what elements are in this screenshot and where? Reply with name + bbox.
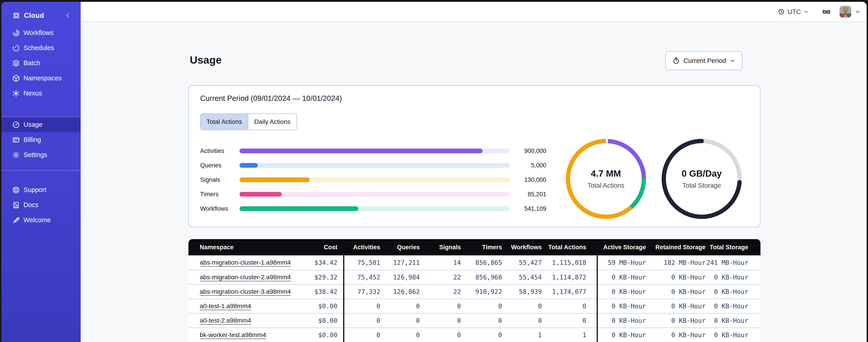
table-row: a0-test-1.a98mm4$0.000000000 KB-Hour0 KB… [188, 299, 761, 313]
sidebar-item-namespaces[interactable]: Namespaces [1, 71, 81, 86]
sidebar-item-usage[interactable]: Usage [1, 117, 81, 132]
avatar[interactable] [840, 6, 851, 18]
namespace-link[interactable]: abs-migration-cluster-1.a98mm4 [200, 259, 291, 266]
nexus-asterisk-icon [12, 90, 20, 97]
table-header: NamespaceCostActivitiesQueriesSignalsTim… [188, 239, 761, 255]
cell-timers: 910,922 [475, 285, 502, 299]
sidebar-item-label: Billing [24, 136, 41, 143]
cell-queries: 0 [416, 299, 420, 313]
brand-row: Cloud [1, 8, 81, 23]
cell-cost: $34.42 [314, 255, 337, 270]
cell-workflows: 1 [538, 328, 542, 342]
user-menu-button[interactable] [855, 9, 860, 14]
sidebar-item-nexus[interactable]: Nexus [1, 86, 81, 101]
sidebar-item-billing[interactable]: Billing [1, 132, 81, 147]
cell-namespace[interactable]: a0-test-1.a98mm4 [200, 299, 251, 313]
column-header-active_storage: Active Storage [603, 239, 646, 255]
cell-activities: 75,501 [358, 255, 380, 270]
cell-cost: $29.32 [314, 270, 337, 284]
cell-signals: 0 [457, 328, 461, 342]
actions-tab-group: Total ActionsDaily Actions [200, 113, 297, 130]
sidebar-item-batch[interactable]: Batch [1, 56, 81, 71]
namespace-usage-table: NamespaceCostActivitiesQueriesSignalsTim… [188, 239, 761, 342]
bar-row-timers: Timers85,201 [200, 187, 546, 201]
namespace-link[interactable]: a0-test-1.a98mm4 [200, 303, 251, 310]
cell-cost: $38.42 [314, 285, 337, 299]
cell-namespace[interactable]: abs-migration-cluster-3.a98mm4 [200, 285, 291, 299]
timezone-label: UTC [787, 8, 801, 15]
cell-timers: 0 [498, 314, 502, 328]
column-header-total_actions: Total Actions [548, 239, 586, 255]
namespace-link[interactable]: bk-worker-test.a98mm4 [200, 332, 266, 339]
cell-activities: 0 [376, 299, 380, 313]
donut-value: 0 GB/Day [682, 169, 722, 179]
cell-cost: $0.00 [318, 328, 337, 342]
cell-total_actions: 1 [583, 328, 586, 342]
cell-active_storage: 0 KB-Hour [612, 328, 646, 342]
bar-fill [240, 163, 258, 168]
sidebar-item-label: Workflows [24, 29, 54, 37]
bar-value: 5,000 [531, 162, 546, 169]
sidebar-item-label: Nexus [24, 90, 42, 97]
tab-daily-actions[interactable]: Daily Actions [248, 114, 296, 130]
welcome-rocket-icon [12, 216, 20, 224]
bar-value: 130,000 [524, 176, 546, 183]
chevron-down-icon [804, 9, 808, 14]
table-body: abs-migration-cluster-1.a98mm4$34.4275,5… [188, 255, 761, 342]
bar-value: 541,109 [524, 205, 546, 212]
chevron-down-icon [855, 9, 860, 14]
namespace-link[interactable]: abs-migration-cluster-3.a98mm4 [200, 288, 291, 295]
page-title: Usage [190, 54, 222, 66]
avatar-photo [840, 6, 851, 18]
sidebar-nav-account: UsageBillingSettings [1, 117, 81, 163]
column-header-timers: Timers [482, 239, 502, 255]
namespace-link[interactable]: abs-migration-cluster-2.a98mm4 [200, 274, 291, 281]
cell-total_actions: 0 [583, 314, 586, 328]
batch-layers-icon [12, 59, 20, 67]
sidebar-item-schedules[interactable]: Schedules [1, 40, 81, 56]
bar-fill [240, 206, 358, 211]
bar-row-queries: Queries5,000 [200, 158, 546, 173]
period-selector-label: Current Period [683, 57, 726, 65]
cell-retained_storage: 182 MB-Hour [664, 255, 706, 270]
stopwatch-icon [673, 57, 680, 64]
cell-namespace[interactable]: bk-worker-test.a98mm4 [200, 328, 266, 342]
sidebar-item-welcome[interactable]: Welcome [1, 212, 81, 228]
cell-total_storage: 0 KB-Hour [714, 314, 748, 328]
sidebar-item-label: Namespaces [24, 74, 62, 82]
chevron-left-icon [65, 13, 71, 19]
table-group-divider [597, 255, 598, 342]
period-selector-button[interactable]: Current Period [665, 51, 742, 70]
column-header-activities: Activities [353, 239, 380, 255]
bar-label: Activities [200, 147, 224, 155]
table-row: abs-migration-cluster-1.a98mm4$34.4275,5… [188, 255, 761, 270]
cell-active_storage: 0 KB-Hour [612, 314, 646, 328]
cell-workflows: 58,939 [519, 285, 542, 299]
cell-queries: 0 [416, 314, 420, 328]
cell-namespace[interactable]: abs-migration-cluster-2.a98mm4 [200, 270, 291, 284]
cell-namespace[interactable]: abs-migration-cluster-1.a98mm4 [200, 255, 291, 270]
namespace-link[interactable]: a0-test-2.a98mm4 [200, 317, 251, 324]
cell-namespace[interactable]: a0-test-2.a98mm4 [200, 314, 251, 328]
cell-activities: 75,452 [358, 270, 380, 284]
cell-cost: $0.00 [318, 314, 337, 328]
usage-card-title: Current Period (09/01/2024 — 10/01/2024) [200, 94, 342, 103]
bar-track [240, 206, 510, 211]
sidebar-item-workflows[interactable]: Workflows [1, 25, 81, 40]
tab-total-actions[interactable]: Total Actions [200, 114, 248, 130]
bar-label: Signals [200, 176, 220, 183]
cell-total_storage: 0 KB-Hour [714, 328, 748, 342]
sidebar-item-settings[interactable]: Settings [1, 147, 81, 163]
cell-timers: 0 [498, 299, 502, 313]
cell-workflows: 55,427 [519, 255, 542, 270]
sidebar-collapse-button[interactable] [65, 13, 71, 19]
feedback-glasses-button[interactable] [823, 9, 831, 14]
table-row: a0-test-2.a98mm4$0.000000000 KB-Hour0 KB… [188, 313, 761, 328]
settings-gear-icon [12, 151, 20, 159]
donut-label: Total Storage [683, 182, 721, 189]
sidebar-item-support[interactable]: Support [1, 182, 81, 197]
cell-signals: 22 [453, 270, 461, 284]
sidebar-item-docs[interactable]: Docs [1, 197, 81, 212]
cell-retained_storage: 0 KB-Hour [671, 314, 706, 328]
timezone-selector[interactable]: UTC [778, 8, 808, 15]
